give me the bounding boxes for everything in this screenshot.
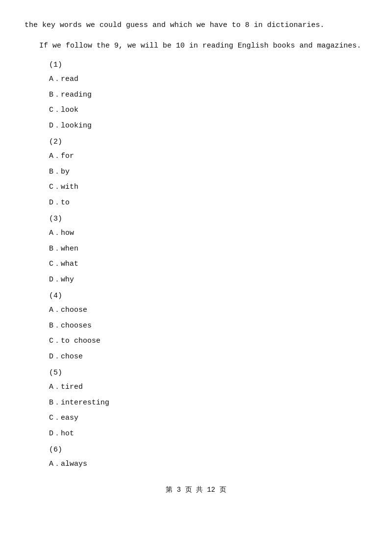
question-1-option-c: C．look — [49, 104, 368, 117]
question-5-option-b: B．interesting — [49, 397, 368, 409]
question-5-number: (5) — [49, 369, 368, 377]
questions-container: (1) A．read B．reading C．look D．looking (2… — [24, 61, 368, 471]
question-4-option-b: B．chooses — [49, 320, 368, 332]
question-3-option-c: C．what — [49, 258, 368, 271]
page-footer: 第 3 页 共 12 页 — [24, 485, 368, 494]
question-6-number: (6) — [49, 446, 368, 454]
question-2: (2) A．for B．by C．with D．to — [39, 138, 368, 209]
question-4-option-c: C．to choose — [49, 335, 368, 348]
question-5-option-a: A．tired — [49, 381, 368, 394]
question-2-option-b: B．by — [49, 166, 368, 178]
question-3-option-b: B．when — [49, 243, 368, 255]
question-4-number: (4) — [49, 292, 368, 300]
question-1-option-b: B．reading — [49, 89, 368, 101]
question-4: (4) A．choose B．chooses C．to choose D．cho… — [39, 292, 368, 363]
question-2-option-a: A．for — [49, 150, 368, 163]
question-2-number: (2) — [49, 138, 368, 146]
question-5-option-c: C．easy — [49, 412, 368, 425]
question-6-option-a: A．always — [49, 458, 368, 471]
question-6: (6) A．always — [39, 446, 368, 471]
intro-line1: the key words we could guess and which w… — [24, 20, 368, 31]
follow-line: If we follow the 9, we will be 10 in rea… — [39, 40, 368, 52]
question-1-number: (1) — [49, 61, 368, 69]
question-3-option-a: A．how — [49, 227, 368, 240]
question-4-option-d: D．chose — [49, 351, 368, 363]
question-4-option-a: A．choose — [49, 304, 368, 317]
question-3-number: (3) — [49, 215, 368, 223]
question-5-option-d: D．hot — [49, 428, 368, 440]
question-2-option-d: D．to — [49, 197, 368, 209]
question-2-option-c: C．with — [49, 181, 368, 194]
question-1: (1) A．read B．reading C．look D．looking — [39, 61, 368, 132]
question-1-option-d: D．looking — [49, 120, 368, 132]
question-1-option-a: A．read — [49, 73, 368, 86]
question-3: (3) A．how B．when C．what D．why — [39, 215, 368, 286]
question-3-option-d: D．why — [49, 274, 368, 286]
question-5: (5) A．tired B．interesting C．easy D．hot — [39, 369, 368, 440]
